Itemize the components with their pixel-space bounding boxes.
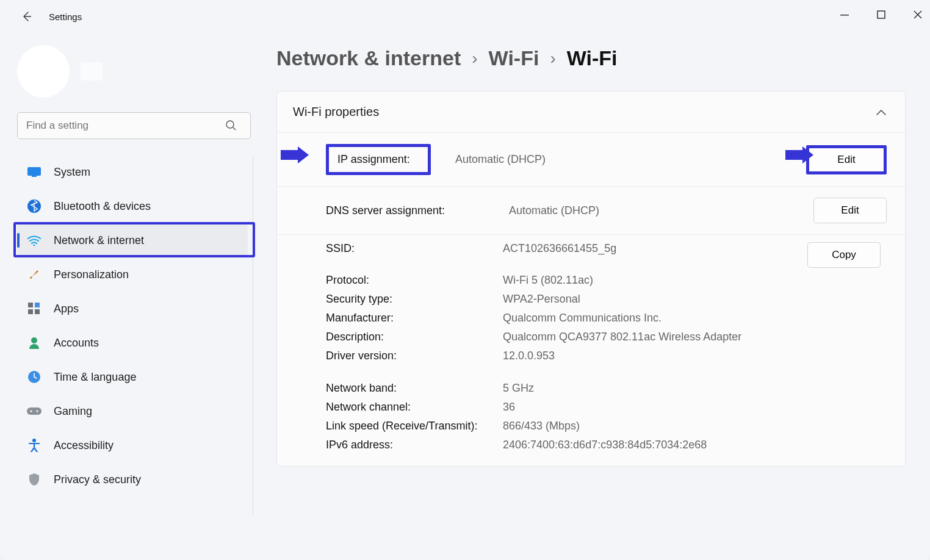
close-button[interactable] (912, 9, 924, 21)
ssid-value: ACT102636661455_5g (503, 242, 807, 255)
person-icon (23, 337, 45, 349)
arrow-left-icon (21, 10, 33, 23)
apps-icon (23, 303, 45, 315)
app-title: Settings (49, 12, 82, 22)
sidebar-item-time-language[interactable]: Time & language (17, 361, 248, 393)
wifi-properties-card: Wi-Fi properties IP assignment: Automati… (276, 91, 906, 467)
titlebar: Settings (0, 0, 930, 33)
maximize-button[interactable] (875, 9, 887, 21)
dns-assignment-label: DNS server assignment: (326, 204, 509, 217)
annotation-arrow (281, 146, 309, 163)
ssid-copy-button[interactable]: Copy (807, 242, 881, 268)
sidebar-label: Apps (54, 303, 79, 315)
close-icon (914, 10, 922, 19)
description-value: Qualcomm QCA9377 802.11ac Wireless Adapt… (503, 331, 807, 343)
sidebar-label: Network & internet (54, 234, 144, 247)
driver-value: 12.0.0.953 (503, 350, 807, 362)
row-dns-assignment: DNS server assignment: Automatic (DHCP) … (277, 187, 905, 235)
settings-window: Settings (0, 0, 930, 560)
row-ip-assignment: IP assignment: Automatic (DHCP) Edit (277, 133, 905, 187)
annotation-arrow (785, 146, 813, 163)
protocol-value: Wi-Fi 5 (802.11ac) (503, 274, 807, 287)
chevron-right-icon: › (472, 49, 477, 68)
ip-edit-button[interactable]: Edit (806, 145, 887, 174)
breadcrumb-root[interactable]: Network & internet (276, 46, 461, 70)
sidebar-label: Time & language (54, 371, 136, 384)
linkspeed-value: 866/433 (Mbps) (503, 420, 807, 433)
protocol-label: Protocol: (326, 274, 503, 287)
svg-rect-4 (32, 176, 37, 177)
chevron-up-icon (876, 105, 887, 119)
search-input[interactable] (17, 112, 251, 139)
sidebar-label: Bluetooth & devices (54, 200, 151, 213)
sidebar-item-network[interactable]: Network & internet (17, 224, 248, 256)
minimize-button[interactable] (838, 9, 851, 21)
chevron-right-icon: › (550, 49, 555, 68)
clock-icon (23, 370, 45, 384)
sidebar-item-accessibility[interactable]: Accessibility (17, 429, 248, 461)
search-wrap (17, 112, 253, 139)
sidebar: System Bluetooth & devices Network & int… (0, 33, 259, 560)
sidebar-item-system[interactable]: System (17, 156, 248, 188)
card-title: Wi-Fi properties (293, 105, 379, 119)
sidebar-label: Personalization (54, 268, 129, 281)
driver-label: Driver version: (326, 350, 503, 362)
svg-point-15 (37, 411, 38, 412)
breadcrumb-current: Wi-Fi (567, 46, 618, 70)
channel-value: 36 (503, 401, 807, 414)
search-icon (225, 120, 236, 133)
svg-point-11 (31, 337, 37, 343)
sidebar-item-accounts[interactable]: Accounts (17, 327, 248, 359)
svg-rect-1 (878, 11, 885, 18)
ssid-label: SSID: (326, 242, 503, 255)
sidebar-label: Gaming (54, 405, 92, 418)
ip-assignment-label: IP assignment: (326, 144, 431, 175)
bluetooth-icon (23, 199, 45, 213)
svg-rect-7 (28, 303, 33, 307)
sidebar-label: Accounts (54, 337, 99, 350)
sidebar-label: Privacy & security (54, 473, 141, 486)
avatar (17, 45, 70, 98)
breadcrumb-mid[interactable]: Wi-Fi (489, 46, 539, 70)
monitor-icon (23, 167, 45, 177)
brush-icon (23, 268, 45, 281)
dns-assignment-value: Automatic (DHCP) (509, 204, 813, 217)
window-controls (838, 9, 924, 21)
dns-edit-button[interactable]: Edit (813, 198, 887, 223)
accessibility-icon (23, 439, 45, 452)
wifi-icon (23, 235, 45, 246)
manufacturer-value: Qualcomm Communications Inc. (503, 312, 807, 325)
sidebar-item-bluetooth[interactable]: Bluetooth & devices (17, 190, 248, 222)
manufacturer-label: Manufacturer: (326, 312, 503, 325)
sidebar-item-privacy[interactable]: Privacy & security (17, 464, 248, 495)
profile-text-redacted (81, 62, 103, 81)
svg-point-6 (33, 244, 35, 246)
ipv6-value: 2406:7400:63:d6d7:c938:84d5:7034:2e68 (503, 439, 807, 451)
sidebar-item-apps[interactable]: Apps (17, 293, 248, 325)
maximize-icon (877, 10, 885, 19)
network-info-block: SSID: ACT102636661455_5g Copy Protocol: … (277, 235, 905, 466)
security-label: Security type: (326, 293, 503, 306)
sidebar-item-personalization[interactable]: Personalization (17, 259, 248, 290)
sidebar-label: Accessibility (54, 439, 114, 452)
security-value: WPA2-Personal (503, 293, 807, 306)
ip-assignment-value: Automatic (DHCP) (431, 153, 806, 166)
svg-rect-13 (27, 407, 41, 415)
svg-point-16 (32, 439, 36, 442)
sidebar-item-gaming[interactable]: Gaming (17, 395, 248, 427)
gamepad-icon (23, 406, 45, 416)
back-button[interactable] (18, 8, 35, 25)
svg-rect-9 (28, 309, 33, 314)
sidebar-label: System (54, 166, 90, 179)
svg-point-2 (226, 121, 234, 128)
description-label: Description: (326, 331, 503, 343)
channel-label: Network channel: (326, 401, 503, 414)
svg-rect-10 (35, 309, 40, 314)
profile-area[interactable] (17, 45, 253, 98)
main-content: Network & internet › Wi-Fi › Wi-Fi Wi-Fi… (259, 33, 930, 560)
band-value: 5 GHz (503, 382, 807, 395)
card-expander[interactable]: Wi-Fi properties (277, 92, 905, 133)
svg-rect-3 (27, 167, 41, 176)
shield-icon (23, 473, 45, 486)
svg-rect-8 (35, 303, 40, 307)
